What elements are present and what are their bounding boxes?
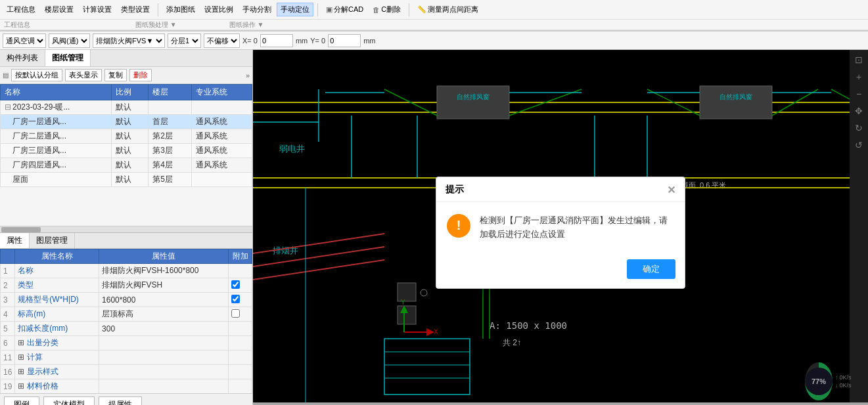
prop-value-cell[interactable]: 300 [99, 322, 229, 336]
prop-checkbox[interactable] [231, 295, 240, 303]
prop-value-cell[interactable]: 排烟防火阀FVSH [99, 278, 229, 293]
prop-value-cell[interactable]: 1600*800 [99, 293, 229, 307]
prop-extra-cell [229, 264, 252, 278]
drawing-action-bar: ▤ 按默认认分组 表头显示 复制 删除 » [0, 67, 252, 84]
floor-cell: 首层 [148, 115, 192, 129]
table-row[interactable]: 厂房二层通风... 默认 第2层 通风系统 [1, 129, 252, 144]
tab-layer-manage[interactable]: 图层管理 [30, 233, 75, 248]
prop-row: 19 ⊞ 材料价格 [1, 379, 252, 394]
legend-btn[interactable]: 图例 [4, 396, 39, 405]
solid-model-btn[interactable]: 实体模型 [43, 396, 95, 405]
h-scrollbar-thumb[interactable] [1, 227, 41, 232]
type-settings-btn[interactable]: 类型设置 [117, 3, 154, 16]
prop-extra-cell[interactable] [229, 293, 252, 307]
dialog-overlay: 提示 ✕ ! 检测到【厂房一层通风消防平面】发生过编辑，请加载后进行定位点设置 … [253, 50, 868, 405]
dialog-header: 提示 ✕ [436, 177, 685, 202]
x-coord-input[interactable] [260, 34, 293, 47]
prop-row: 16 ⊞ 显示样式 [1, 365, 252, 379]
scale-cell: 默认 [112, 173, 148, 187]
prop-extra-cell[interactable] [229, 307, 252, 322]
manual-locate-btn[interactable]: 手动定位 [277, 3, 313, 16]
floor-cell [148, 100, 192, 115]
expand-icon[interactable]: ⊞ [18, 338, 24, 347]
cad-canvas-area[interactable]: 弱电井 排烟井 自然排风窗 自然排风窗 未端截面 0.6 平米 [253, 50, 868, 405]
file-name-cell: 厂房二层通风... [1, 129, 112, 144]
floor-settings-btn[interactable]: 楼层设置 [41, 3, 78, 16]
table-row[interactable]: 厂房四层通风... 默认 第4层 通风系统 [1, 158, 252, 173]
prop-name-cell: ⊞ 材料价格 [15, 379, 99, 394]
expand-icon[interactable]: ⊞ [18, 381, 24, 391]
c-delete-btn[interactable]: 🗑 C删除 [369, 3, 405, 16]
system-select[interactable]: 通风空调 [3, 33, 46, 48]
extract-attr-btn[interactable]: 提属性 [99, 396, 142, 405]
col-prop-value: 属性值 [99, 249, 229, 264]
measure-distance-btn[interactable]: 📏 测量两点间距离 [413, 3, 482, 16]
dialog-warning-icon: ! [447, 214, 470, 238]
left-panel: 构件列表 图纸管理 ▤ 按默认认分组 表头显示 复制 删除 » 名称 比例 楼层… [0, 50, 253, 405]
tab-attributes[interactable]: 属性 [0, 233, 30, 248]
table-row[interactable]: 厂房一层通风... 默认 首层 通风系统 [1, 115, 252, 129]
y-coord-input[interactable] [328, 34, 361, 47]
project-info-btn[interactable]: 工程信息 [3, 3, 39, 16]
prop-extra-cell[interactable] [229, 278, 252, 293]
more-icon[interactable]: » [246, 72, 250, 79]
top-toolbar: 工程信息 楼层设置 计算设置 类型设置 添加图纸 设置比例 手动分割 手动定位 … [0, 0, 868, 32]
col-system: 专业系统 [192, 85, 252, 100]
main-layout: 构件列表 图纸管理 ▤ 按默认认分组 表头显示 复制 删除 » 名称 比例 楼层… [0, 50, 868, 405]
add-drawing-btn[interactable]: 添加图纸 [162, 3, 199, 16]
expand-icon[interactable]: ⊞ [18, 367, 24, 376]
prop-name-cell: 名称 [15, 264, 99, 278]
table-row[interactable]: 屋面 默认 第5层 [1, 173, 252, 187]
prop-extra-cell [229, 365, 252, 379]
prop-value-cell[interactable]: 层顶标高 [99, 307, 229, 322]
prop-table-container: 属性名称 属性值 附加 1 名称 排烟防火阀FVSH-1600*800 [0, 249, 252, 393]
delete-btn[interactable]: 删除 [129, 69, 152, 81]
scale-cell: 默认 [112, 129, 148, 144]
prop-name-cell: ⊞ 计算 [15, 351, 99, 365]
prop-name-cell: 类型 [15, 278, 99, 293]
manual-split-btn[interactable]: 手动分割 [239, 3, 275, 16]
prop-extra-cell [229, 351, 252, 365]
copy-btn[interactable]: 复制 [104, 69, 127, 81]
prop-name-cell: ⊞ 出量分类 [15, 336, 99, 351]
prop-extra-cell [229, 322, 252, 336]
floor-cell: 第5层 [148, 173, 192, 187]
scale-cell: 默认 [112, 144, 148, 158]
prop-value-cell[interactable]: 排烟防火阀FVSH-1600*800 [99, 264, 229, 278]
component-select[interactable]: 风阀(通) [49, 33, 90, 48]
prop-checkbox[interactable] [231, 309, 240, 318]
prop-extra-cell [229, 336, 252, 351]
x-coord-label: X= 0 [242, 37, 258, 45]
dialog-ok-btn[interactable]: 确定 [627, 259, 675, 279]
row-num: 6 [1, 336, 15, 351]
scale-cell: 默认 [112, 100, 148, 115]
col-num [1, 249, 15, 264]
dialog-close-btn[interactable]: ✕ [667, 184, 675, 196]
dialog-title: 提示 [445, 184, 464, 196]
h-scrollbar[interactable] [0, 226, 252, 232]
table-row[interactable]: ⊟2023-03-29-暖... 默认 [1, 100, 252, 115]
offset-select[interactable]: 不偏移 [204, 33, 240, 48]
table-row[interactable]: 厂房三层通风... 默认 第3层 通风系统 [1, 144, 252, 158]
calc-settings-btn[interactable]: 计算设置 [79, 3, 116, 16]
tab-drawing-manage[interactable]: 图纸管理 [45, 50, 91, 66]
floor-cell: 第4层 [148, 158, 192, 173]
system-cell [192, 173, 252, 187]
row-num: 19 [1, 379, 15, 394]
set-scale-btn[interactable]: 设置比例 [200, 3, 237, 16]
col-prop-name: 属性名称 [15, 249, 99, 264]
prop-checkbox[interactable] [231, 280, 240, 289]
prop-row: 6 ⊞ 出量分类 [1, 336, 252, 351]
group-by-default-btn[interactable]: 按默认认分组 [11, 69, 62, 81]
row-num: 11 [1, 351, 15, 365]
floor-select[interactable]: 分层1 [168, 33, 201, 48]
tab-component-list[interactable]: 构件列表 [0, 50, 45, 66]
expand-icon[interactable]: ⊞ [18, 352, 24, 362]
prop-bottom-bar: 图例 实体模型 提属性 [0, 393, 252, 405]
decompose-cad-btn[interactable]: ▣ 分解CAD [322, 3, 367, 16]
show-header-btn[interactable]: 表头显示 [65, 69, 102, 81]
prop-name-cell: 规格型号(W*H|D) [15, 293, 99, 307]
prop-row: 3 规格型号(W*H|D) 1600*800 [1, 293, 252, 307]
valve-type-select[interactable]: 排烟防火阀FVS▼ [93, 33, 165, 48]
prop-row: 1 名称 排烟防火阀FVSH-1600*800 [1, 264, 252, 278]
